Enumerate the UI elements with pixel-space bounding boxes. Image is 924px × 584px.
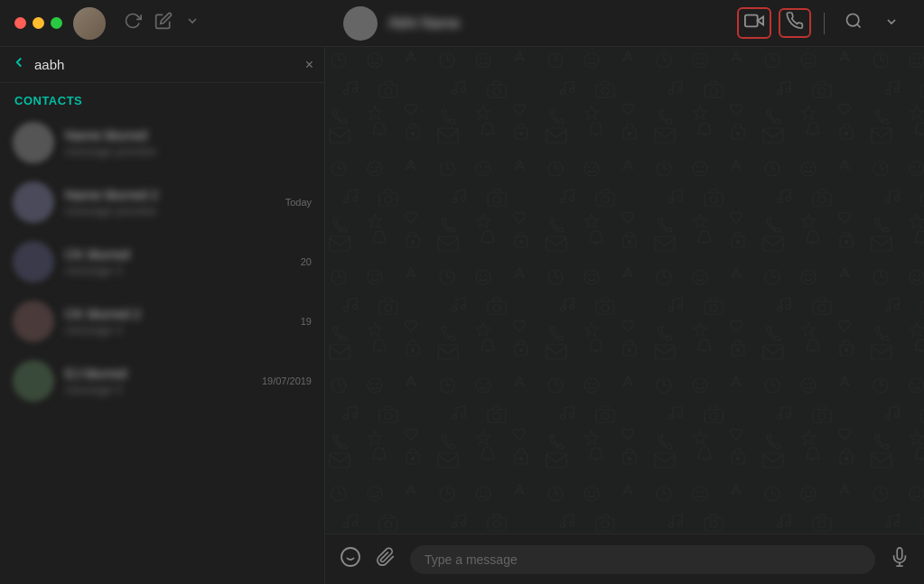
background-pattern	[325, 47, 924, 533]
contact-item-time: 19/07/2019	[262, 375, 312, 386]
divider	[824, 13, 825, 34]
svg-rect-1	[745, 15, 758, 27]
contact-avatar	[343, 6, 378, 41]
contact-item-name: Name blurred	[65, 127, 301, 143]
microphone-button[interactable]	[890, 547, 910, 572]
list-item[interactable]: CK blurred 2 message 4 19	[0, 292, 324, 351]
titlebar-actions	[737, 7, 906, 39]
phone-call-button[interactable]	[779, 8, 811, 38]
list-item[interactable]: EJ blurred message 5 19/07/2019	[0, 351, 324, 411]
svg-point-20	[341, 548, 359, 566]
attach-button[interactable]	[376, 547, 396, 571]
avatar	[13, 241, 54, 283]
chat-area	[325, 47, 924, 584]
search-button[interactable]	[837, 8, 870, 38]
maximize-button[interactable]	[51, 17, 62, 29]
titlebar-left	[0, 7, 325, 40]
svg-point-2	[847, 14, 859, 26]
contact-item-name: Name blurred 2	[65, 187, 275, 202]
main-content: × CONTACTS Name blurred message preview …	[0, 47, 924, 584]
traffic-lights	[14, 17, 62, 29]
minimize-button[interactable]	[33, 17, 44, 29]
contact-list: Name blurred message preview Name blurre…	[0, 113, 324, 584]
clear-search-button[interactable]: ×	[305, 57, 313, 73]
emoji-button[interactable]	[340, 546, 361, 573]
contact-item-message: message 3	[65, 264, 290, 277]
list-item[interactable]: CK blurred message 3 20	[0, 232, 324, 292]
contact-item-info: CK blurred message 3	[65, 246, 290, 277]
contact-item-info: Name blurred message preview	[65, 127, 301, 158]
sidebar: × CONTACTS Name blurred message preview …	[0, 47, 325, 584]
svg-rect-19	[325, 47, 924, 533]
contact-item-message: message preview	[65, 144, 301, 158]
contacts-label: CONTACTS	[0, 83, 324, 113]
contact-name: Abhi Name	[388, 15, 460, 32]
list-item[interactable]: Name blurred message preview	[0, 113, 324, 172]
svg-line-3	[857, 24, 861, 28]
video-call-button[interactable]	[737, 7, 771, 39]
chevron-down-icon[interactable]	[185, 14, 200, 32]
contact-item-info: CK blurred 2 message 4	[65, 306, 290, 337]
titlebar-icons	[124, 12, 200, 34]
svg-marker-0	[758, 16, 763, 24]
titlebar-right: Abhi Name	[325, 6, 924, 41]
contact-item-time: 20	[301, 256, 312, 267]
titlebar: Abhi Name	[0, 0, 924, 47]
contact-item-name: EJ blurred	[65, 366, 251, 381]
contact-item-time: 19	[301, 316, 312, 327]
avatar	[13, 122, 54, 163]
avatar	[13, 181, 54, 223]
refresh-icon[interactable]	[124, 12, 142, 34]
contact-item-message: message preview	[65, 204, 275, 218]
more-options-button[interactable]	[877, 9, 906, 37]
contact-item-time: Today	[285, 197, 312, 208]
compose-icon[interactable]	[154, 12, 173, 34]
close-button[interactable]	[14, 17, 26, 29]
contact-item-name: CK blurred 2	[65, 306, 290, 321]
contact-item-name: CK blurred	[65, 246, 290, 262]
chat-input-bar	[325, 533, 924, 584]
search-bar: ×	[0, 47, 324, 83]
user-avatar	[73, 7, 106, 40]
contact-info: Abhi Name	[343, 6, 460, 41]
search-input[interactable]	[34, 57, 298, 72]
contact-item-message: message 5	[65, 383, 251, 396]
list-item[interactable]: Name blurred 2 message preview Today	[0, 172, 324, 232]
chat-background	[325, 47, 924, 533]
back-button[interactable]	[11, 54, 27, 75]
contact-item-message: message 4	[65, 323, 290, 337]
contact-item-info: EJ blurred message 5	[65, 366, 251, 396]
contact-item-info: Name blurred 2 message preview	[65, 187, 275, 218]
message-input[interactable]	[410, 545, 875, 574]
avatar	[13, 301, 54, 342]
avatar	[13, 360, 54, 402]
